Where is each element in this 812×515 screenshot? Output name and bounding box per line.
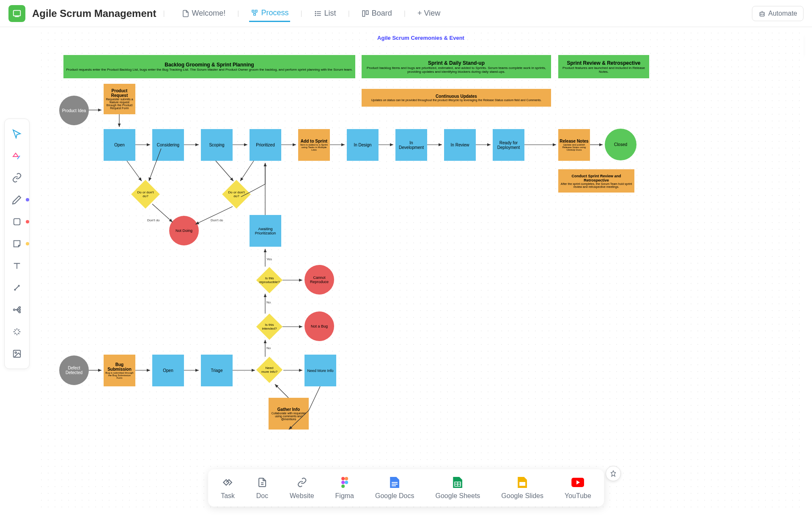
tab-view-label: + View xyxy=(417,9,440,18)
header-review-title: Sprint Review & Retrospective xyxy=(567,60,640,66)
tab-view[interactable]: + View xyxy=(416,6,442,21)
node-open[interactable]: Open xyxy=(104,129,135,161)
label-yes1: Yes xyxy=(266,257,272,261)
pin-button[interactable] xyxy=(606,466,621,481)
section-retro[interactable]: Conduct Sprint Review and Retrospective … xyxy=(558,169,634,193)
cursor-tool[interactable] xyxy=(11,127,23,140)
svg-point-59 xyxy=(341,485,345,488)
dock-youtube-label: YouTube xyxy=(565,492,591,500)
node-release-notes-sub: Update and publish Release Notes using C… xyxy=(560,143,589,151)
whiteboard-canvas[interactable]: Agile Scrum Ceremonies & Event Backlog G… xyxy=(38,30,804,511)
node-need-more[interactable]: Need More Info xyxy=(304,355,336,386)
dock-doc[interactable]: Doc xyxy=(256,476,269,500)
node-gather-info-title: Gather Info xyxy=(277,407,300,412)
node-awaiting[interactable]: Awaiting Prioritization xyxy=(250,215,281,247)
node-add-sprint-title: Add to Sprint xyxy=(301,139,327,143)
node-in-review[interactable]: In Review xyxy=(444,129,476,161)
tab-welcome-label: Welcome! xyxy=(192,9,226,18)
node-considering[interactable]: Considering xyxy=(152,129,184,161)
svg-rect-66 xyxy=(519,482,525,486)
diamond-moreinfo-label: Need more info? xyxy=(261,366,277,374)
header-backlog-sub: Product requests enter the Product Backl… xyxy=(66,68,352,72)
svg-point-55 xyxy=(341,477,345,480)
node-gather-info[interactable]: Gather Info Collaborate with requester u… xyxy=(269,398,309,430)
node-triage[interactable]: Triage xyxy=(201,355,233,386)
label-no1: No xyxy=(266,300,271,304)
svg-rect-61 xyxy=(392,484,398,485)
rect-tool[interactable] xyxy=(11,215,23,228)
node-product-request[interactable]: Product Request Requester submits a feat… xyxy=(104,84,135,114)
node-prioritized[interactable]: Prioritized xyxy=(250,129,281,161)
dock-figma-label: Figma xyxy=(335,492,354,500)
image-tool[interactable] xyxy=(11,347,23,360)
diamond-do2-label: Do or don't do? xyxy=(228,190,245,198)
dock-gsheets-label: Google Sheets xyxy=(436,492,480,500)
node-scoping[interactable]: Scoping xyxy=(201,129,233,161)
header-sprint[interactable]: Sprint & Daily Stand-up Product backlog … xyxy=(362,55,551,78)
svg-point-15 xyxy=(763,14,763,14)
bottom-dock: Task Doc Website Figma Google Docs Googl… xyxy=(208,469,604,507)
svg-rect-12 xyxy=(366,11,368,14)
dock-doc-label: Doc xyxy=(256,492,268,500)
node-not-doing[interactable]: Not Doing xyxy=(169,216,199,245)
connector-tool[interactable] xyxy=(11,281,23,294)
mindmap-tool[interactable] xyxy=(11,303,23,316)
section-updates-sub: Updates on status can be provided throug… xyxy=(371,99,542,102)
section-updates[interactable]: Continuous Updates Updates on status can… xyxy=(362,89,551,107)
dock-youtube[interactable]: YouTube xyxy=(565,476,591,500)
dock-website[interactable]: Website xyxy=(290,476,314,500)
text-tool[interactable] xyxy=(11,259,23,272)
svg-rect-2 xyxy=(252,10,254,12)
node-open2[interactable]: Open xyxy=(152,355,184,386)
svg-rect-19 xyxy=(14,219,20,225)
node-cannot-repro[interactable]: Cannot Reproduce xyxy=(304,265,334,295)
section-retro-title: Conduct Sprint Review and Retrospective xyxy=(560,174,633,182)
node-in-design[interactable]: In Design xyxy=(347,129,379,161)
svg-point-14 xyxy=(761,14,762,14)
tab-process-label: Process xyxy=(261,8,288,17)
node-release-notes-title: Release Notes xyxy=(560,139,588,143)
automate-button[interactable]: Automate xyxy=(752,6,804,21)
svg-rect-60 xyxy=(392,482,398,483)
tab-welcome[interactable]: Welcome! xyxy=(180,6,228,21)
node-closed[interactable]: Closed xyxy=(605,129,636,160)
node-gather-info-sub: Collaborate with requester using comment… xyxy=(270,412,307,421)
sparkle-tool[interactable] xyxy=(11,325,23,338)
tab-board[interactable]: Board xyxy=(360,6,394,21)
node-idea[interactable]: Product Idea xyxy=(59,96,89,125)
tab-list[interactable]: List xyxy=(313,6,338,21)
dock-task[interactable]: Task xyxy=(221,476,235,500)
svg-rect-62 xyxy=(392,485,396,486)
nav-tabs: Welcome! | Process | List | Board | + Vi… xyxy=(180,5,442,22)
node-ready-dep[interactable]: Ready for Deployment xyxy=(493,129,524,161)
dock-gdocs[interactable]: Google Docs xyxy=(375,476,414,500)
header-backlog[interactable]: Backlog Grooming & Sprint Planning Produ… xyxy=(63,55,355,78)
node-defect[interactable]: Defect Detected xyxy=(59,355,89,385)
dock-figma[interactable]: Figma xyxy=(335,476,354,500)
node-add-sprint[interactable]: Add to Sprint Item is added to a Sprint … xyxy=(298,129,330,161)
sticky-tool[interactable] xyxy=(11,237,23,250)
header-review[interactable]: Sprint Review & Retrospective Product fe… xyxy=(558,55,649,78)
header: Agile Scrum Management | Welcome! | Proc… xyxy=(0,0,812,27)
pen-tool[interactable] xyxy=(11,193,23,206)
dock-gslides[interactable]: Google Slides xyxy=(501,476,543,500)
tab-process[interactable]: Process xyxy=(249,5,290,22)
header-backlog-title: Backlog Grooming & Sprint Planning xyxy=(165,62,254,68)
svg-rect-0 xyxy=(14,10,21,16)
svg-point-56 xyxy=(345,477,348,480)
svg-point-23 xyxy=(19,311,21,313)
node-not-bug[interactable]: Not a Bug xyxy=(304,311,334,341)
link-tool[interactable] xyxy=(11,171,23,184)
node-bug-submission[interactable]: Bug Submission Bug is submitted through … xyxy=(104,355,135,386)
shape-tool[interactable] xyxy=(11,149,23,162)
node-product-request-sub: Requester submits a feature request thro… xyxy=(105,98,134,110)
diamond-repro-label: Is this reproducible? xyxy=(259,276,280,284)
node-in-dev[interactable]: In Development xyxy=(395,129,427,161)
dock-gsheets[interactable]: Google Sheets xyxy=(436,476,480,500)
svg-rect-11 xyxy=(362,11,365,17)
left-toolbar xyxy=(4,118,30,369)
header-sprint-sub: Product backlog items and bugs are prior… xyxy=(363,66,550,74)
svg-point-9 xyxy=(315,13,316,14)
node-add-sprint-sub: Item is added to a Sprint using Tasks in… xyxy=(299,143,329,151)
node-release-notes[interactable]: Release Notes Update and publish Release… xyxy=(558,129,590,161)
